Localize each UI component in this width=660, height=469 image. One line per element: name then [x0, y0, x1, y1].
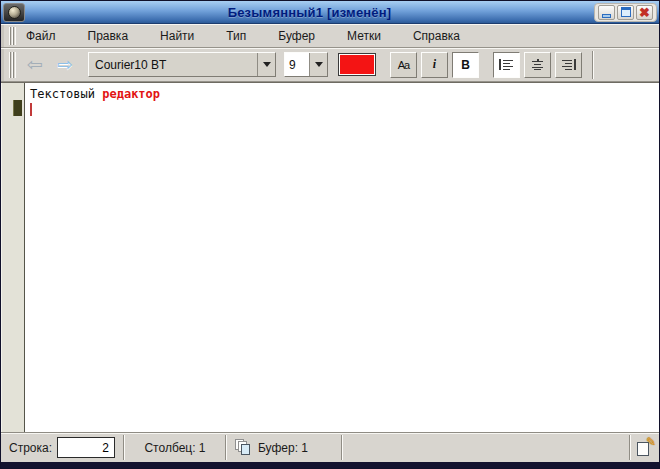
menu-item-buffer[interactable]: Буфер [272, 26, 321, 46]
editor-line-2 [30, 102, 654, 117]
editor-text-red: редактор [102, 87, 160, 101]
editor-gutter[interactable] [1, 83, 25, 432]
window-bottom-frame [1, 462, 659, 468]
chevron-down-icon [263, 62, 271, 67]
modified-indicator-button[interactable]: ✎ [631, 433, 659, 462]
close-icon: ✖ [639, 6, 650, 19]
app-window: Безымянный1 [изменён] ✖ Файл Правка Найт… [0, 0, 660, 469]
italic-button[interactable]: i [421, 52, 448, 78]
font-size-combobox[interactable]: 9 [284, 52, 328, 77]
line-label: Строка: [9, 441, 52, 455]
editor-text-normal: Текстовый [30, 87, 102, 101]
maximize-icon [621, 7, 631, 17]
back-arrow-button[interactable]: ⇦ [20, 52, 50, 78]
column-label: Столбец: 1 [144, 441, 205, 455]
chevron-down-icon [315, 62, 323, 67]
bold-button[interactable]: B [452, 52, 479, 78]
forward-arrow-icon: ⇨ [57, 55, 73, 74]
app-logo-icon [8, 6, 21, 19]
buffer-copies-icon [235, 439, 253, 456]
menu-item-type[interactable]: Тип [220, 26, 252, 46]
statusbar-line-section: Строка: [1, 433, 123, 462]
toolbar-grip-handle[interactable] [9, 52, 16, 78]
forward-arrow-button[interactable]: ⇨ [50, 52, 80, 78]
statusbar-message-area [343, 433, 629, 462]
align-right-icon [561, 59, 576, 70]
window-menu-button[interactable] [3, 3, 25, 22]
menu-item-help[interactable]: Справка [407, 26, 466, 46]
text-color-swatch-button[interactable] [338, 53, 376, 76]
align-center-icon [530, 59, 545, 70]
close-button[interactable]: ✖ [636, 5, 653, 20]
window-title: Безымянный1 [изменён] [25, 5, 594, 20]
buffer-label: Буфер: 1 [258, 441, 308, 455]
menu-item-file[interactable]: Файл [20, 26, 62, 46]
statusbar: Строка: Столбец: 1 Буфер: 1 ✎ [1, 432, 659, 462]
menu-item-edit[interactable]: Правка [82, 26, 135, 46]
toolbar-separator [592, 51, 594, 79]
align-left-icon [499, 59, 514, 70]
back-arrow-icon: ⇦ [27, 55, 43, 74]
align-right-button[interactable] [555, 52, 582, 78]
current-line-marker [13, 100, 22, 116]
menubar-grip-handle[interactable] [9, 27, 16, 45]
text-editor-area[interactable]: Текстовый редактор [25, 83, 659, 432]
font-family-dropdown-button[interactable] [257, 53, 275, 76]
font-size-dropdown-button[interactable] [309, 53, 327, 76]
main-area: Текстовый редактор [1, 82, 659, 432]
menubar: Файл Правка Найти Тип Буфер Метки Справк… [1, 24, 659, 48]
maximize-button[interactable] [617, 5, 634, 20]
text-cursor [30, 103, 32, 116]
edit-pencil-icon: ✎ [637, 439, 653, 456]
font-size-value: 9 [285, 53, 309, 76]
toolbar: ⇦ ⇨ Courier10 BT 9 Aa i B [1, 48, 659, 82]
menu-item-find[interactable]: Найти [154, 26, 200, 46]
minimize-button[interactable] [598, 5, 615, 20]
line-number-input[interactable] [57, 437, 115, 458]
titlebar: Безымянный1 [изменён] ✖ [1, 1, 659, 24]
font-family-combobox[interactable]: Courier10 BT [88, 52, 276, 77]
minimize-icon [602, 14, 611, 18]
align-center-button[interactable] [524, 52, 551, 78]
font-family-value: Courier10 BT [89, 53, 257, 76]
change-case-button[interactable]: Aa [390, 52, 417, 78]
editor-line-1: Текстовый редактор [30, 87, 654, 102]
statusbar-buffer-section: Буфер: 1 [227, 433, 341, 462]
statusbar-column-section: Столбец: 1 [125, 433, 225, 462]
window-controls: ✖ [594, 3, 657, 22]
menu-item-marks[interactable]: Метки [341, 26, 387, 46]
align-left-button[interactable] [493, 52, 520, 78]
